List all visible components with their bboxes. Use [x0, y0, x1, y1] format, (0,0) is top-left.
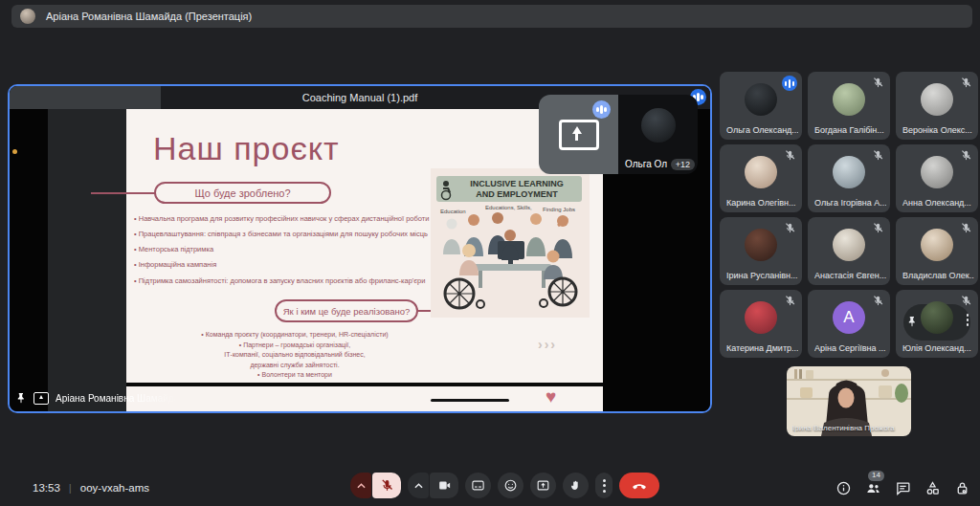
audio-activity-icon	[592, 100, 611, 119]
participant-name: Ольга Ол	[625, 159, 667, 169]
slide-implementer-line: • Партнери – громадські організації,	[145, 341, 444, 351]
participant-tile[interactable]: Богдана Галібін...	[808, 72, 890, 140]
more-options-button[interactable]	[595, 473, 612, 498]
audio-activity-icon	[782, 76, 797, 91]
reactions-button[interactable]	[498, 473, 523, 498]
info-button[interactable]	[835, 480, 852, 496]
smiley-icon	[503, 478, 518, 493]
avatar	[745, 301, 777, 334]
participant-name: Вероніка Олекс...	[902, 125, 974, 135]
people-button[interactable]: 14	[865, 480, 881, 496]
mic-off-icon	[784, 222, 796, 234]
slide-question-2: Як і ким це буде реалізовано?	[275, 299, 418, 322]
mic-options-button[interactable]	[350, 473, 371, 498]
host-controls-button[interactable]	[954, 480, 970, 496]
participant-tile[interactable]: Ольга Олександ...	[720, 72, 802, 140]
connector-line	[91, 192, 156, 194]
avatar	[745, 229, 777, 261]
meet-window: Аріана Романівна Шамайда (Презентація) C…	[0, 0, 980, 506]
slide-bullet: • Менторська підтримка	[134, 245, 452, 254]
pdf-sidebar-strip	[48, 109, 128, 411]
speaker-banner: Аріана Романівна Шамайда (Презентація)	[11, 5, 972, 28]
participant-name: Анастасія Євген...	[814, 271, 886, 280]
mic-off-icon	[380, 478, 394, 493]
featured-video-tile[interactable]: Ірина Валентинівна Прожога	[787, 366, 911, 436]
clock: 13:53	[33, 482, 60, 494]
info-icon	[835, 480, 852, 496]
mic-off-icon	[872, 149, 884, 162]
present-button[interactable]	[530, 473, 556, 498]
present-icon	[536, 478, 550, 493]
meeting-code: ooy-vxah-ams	[80, 482, 149, 494]
avatar	[745, 156, 777, 188]
participant-name: Карина Олегівн...	[726, 198, 798, 208]
people-icon	[865, 480, 881, 496]
camera-group	[408, 473, 458, 498]
slide-implementers: • Команда проєкту (координатори, тренери…	[145, 330, 444, 390]
overflow-count-badge: +12	[671, 159, 695, 170]
people-count-badge: 14	[868, 471, 884, 481]
mic-off-icon	[960, 295, 972, 307]
participant-name: Ірина Русланівн...	[726, 271, 798, 280]
end-call-icon	[631, 477, 648, 495]
participant-name: Ірина Валентинівна Прожога	[792, 424, 907, 432]
raise-hand-button[interactable]	[563, 473, 589, 498]
participant-name: Богдана Галібін...	[814, 125, 886, 135]
participant-tile[interactable]: AАріна Сергіївна ...	[808, 290, 890, 358]
call-controls	[350, 473, 659, 498]
pin-icon[interactable]	[15, 391, 27, 405]
captions-icon	[471, 478, 485, 493]
camera-icon	[437, 478, 452, 493]
avatar	[833, 156, 865, 188]
illustration-label-mid: Educations, Skills,	[485, 205, 532, 210]
slide-implementer-line: державні служби зайнятості.	[145, 361, 444, 371]
slide-title: Наш проєкт	[153, 130, 340, 167]
participant-name: Ольга Ігорівна А...	[814, 198, 886, 208]
mic-off-icon	[784, 149, 796, 162]
participant-tile[interactable]: Владислав Олек...	[896, 217, 978, 285]
illustration-banner-1: INCLUSIVE LEARNING	[470, 179, 564, 188]
slide-bullet: • Навчальна програма для розвитку профес…	[134, 214, 452, 224]
participant-tile[interactable]: Вероніка Олекс...	[896, 72, 978, 140]
participant-tile[interactable]: Карина Олегівн...	[720, 144, 802, 212]
slide-bullets: • Навчальна програма для розвитку профес…	[134, 214, 452, 292]
mic-off-icon	[784, 295, 796, 307]
next-arrows: ›››	[538, 337, 557, 352]
mic-off-icon	[872, 77, 884, 89]
pin-icon[interactable]	[906, 315, 918, 328]
raise-hand-icon	[568, 478, 583, 493]
participant-thumbnail[interactable]: Ольга Ол +12	[618, 95, 698, 174]
end-call-button[interactable]	[619, 473, 659, 498]
heart-shape: ♥	[546, 386, 556, 407]
avatar	[921, 229, 953, 261]
next-page-strip: ♥	[126, 386, 603, 413]
participant-name: Аріна Сергіївна ...	[814, 343, 886, 353]
camera-toggle-button[interactable]	[430, 473, 458, 498]
captions-button[interactable]	[465, 473, 491, 498]
participant-name: Катерина Дмитр...	[726, 343, 798, 353]
participant-tile[interactable]: Юлія Олександ...	[896, 290, 978, 358]
more-options-icon[interactable]	[967, 314, 969, 326]
avatar	[833, 229, 865, 261]
chat-button[interactable]	[895, 480, 911, 496]
camera-options-button[interactable]	[408, 473, 429, 498]
participant-tile[interactable]: Ольга Ігорівна А...	[808, 144, 890, 212]
participant-tile[interactable]: Анастасія Євген...	[808, 217, 890, 285]
participant-tile[interactable]: Анна Олександ...	[896, 144, 978, 212]
mic-off-icon	[872, 222, 884, 234]
participant-name: Юлія Олександ...	[902, 343, 974, 353]
mic-off-icon	[960, 149, 972, 162]
notification-dot	[12, 149, 17, 154]
presenter-name: Аріана Романівна Шамайда	[56, 393, 179, 404]
meeting-panels: 14	[835, 480, 970, 496]
speaker-avatar	[20, 9, 35, 24]
thumbnail-strip: Ольга Ол +12	[539, 95, 698, 174]
activities-button[interactable]	[924, 480, 941, 496]
time-and-code: 13:53 | ooy-vxah-ams	[33, 482, 149, 494]
slide-implementer-line: • Команда проєкту (координатори, тренери…	[145, 330, 444, 341]
mic-toggle-button[interactable]	[372, 473, 401, 498]
slide-bullet: • Працевлаштування: співпраця з бізнесам…	[134, 230, 452, 239]
participant-tile[interactable]: Ірина Русланівн...	[720, 217, 802, 285]
slide-bullet: • Інформаційна кампанія	[134, 260, 452, 270]
participant-tile[interactable]: Катерина Дмитр...	[720, 290, 802, 358]
